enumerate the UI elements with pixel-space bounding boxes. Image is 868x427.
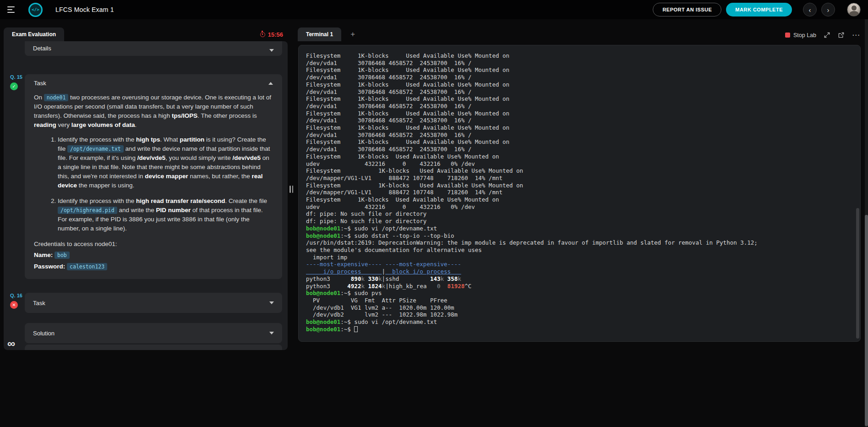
kodekloud-mark-icon: ∞ [7,337,15,350]
chevron-down-icon [269,332,274,334]
question-16: Q. 16 ✕ Task Solution [9,293,282,343]
add-terminal-button[interactable]: + [348,30,358,41]
details-card[interactable]: Details [25,41,282,56]
exam-panel-body: Details Q. 15 ✓ Task On node01 two proce… [4,41,288,350]
question-15-pass-icon: ✓ [10,82,18,90]
task-step-2: Identify the process with the high read … [58,197,273,233]
expand-icon [824,32,830,38]
menu-toggle-icon[interactable] [7,6,16,13]
task-header-label: Task [33,300,45,307]
question-15-label: Q. 15 [10,74,25,80]
chevron-down-icon [269,49,274,52]
chevron-down-icon [269,301,274,304]
terminal-lines: Filesystem 1K-blocks Used Available Use%… [306,52,853,333]
task-intro: On node01 two processes are overusing ou… [34,93,273,130]
panel-resize-handle[interactable] [288,183,295,195]
page-scrollbar-thumb[interactable] [865,215,868,426]
task-steps: Identify the process with the high tps. … [48,135,273,233]
question-15-task-header[interactable]: Task [34,80,273,87]
avatar[interactable] [847,3,861,16]
exam-timer: 15:56 [260,31,288,41]
question-16-task-card[interactable]: Task [25,293,282,313]
exam-evaluation-panel: Exam Evaluation 15:56 Details Q. 15 ✓ [4,27,288,350]
page-title: LFCS Mock Exam 1 [55,6,114,13]
next-question-button[interactable]: › [821,3,835,16]
question-16-label: Q. 16 [10,293,25,298]
question-16-fail-icon: ✕ [10,301,18,309]
task-step-1: Identify the process with the high tps. … [58,135,273,190]
page-scrollbar[interactable] [865,19,868,427]
logo-glyph: </> [32,7,39,12]
credentials-password: Password: caleston123 [34,262,273,272]
tab-exam-evaluation[interactable]: Exam Evaluation [4,27,64,41]
terminal-output[interactable]: Filesystem 1K-blocks Used Available Use%… [298,45,861,342]
solution-header-label: Solution [33,330,55,337]
details-label: Details [33,45,51,52]
report-issue-button[interactable]: REPORT AN ISSUE [653,3,721,16]
question-15: Q. 15 ✓ Task On node01 two processes are… [9,74,282,279]
next-card-sliver [25,345,282,350]
question-15-task-card: Task On node01 two processes are overusi… [25,74,282,279]
terminal-scrollbar-thumb[interactable] [856,208,859,339]
terminal-scrollbar[interactable] [856,48,859,339]
tab-terminal-1[interactable]: Terminal 1 [298,27,341,41]
stop-lab-button[interactable]: Stop Lab [785,32,816,38]
terminal-tabbar: Terminal 1 + Stop Lab ⋯ [298,27,864,41]
task-header-label: Task [34,80,46,87]
external-link-icon [838,32,845,38]
stop-icon [785,33,790,38]
credentials-heading: Credentials to access node01: [34,240,273,249]
stopwatch-icon [260,32,265,37]
credentials-name: Name: bob [34,250,273,260]
more-options-button[interactable]: ⋯ [852,33,860,38]
topbar: </> LFCS Mock Exam 1 REPORT AN ISSUE MAR… [0,0,868,19]
prev-question-button[interactable]: ‹ [803,3,817,16]
stop-lab-label: Stop Lab [793,32,816,38]
terminal-panel: Terminal 1 + Stop Lab ⋯ Filesystem 1K-bl… [298,27,864,350]
open-in-new-window-button[interactable] [838,32,845,38]
exam-panel-tabbar: Exam Evaluation 15:56 [4,27,288,41]
timer-value: 15:56 [268,31,283,38]
question-16-solution-card[interactable]: Solution [25,323,282,343]
kodekloud-logo-icon: </> [28,3,43,17]
mark-complete-button[interactable]: MARK COMPLETE [726,3,792,16]
chevron-up-icon [268,82,273,85]
expand-terminal-button[interactable] [824,32,830,38]
